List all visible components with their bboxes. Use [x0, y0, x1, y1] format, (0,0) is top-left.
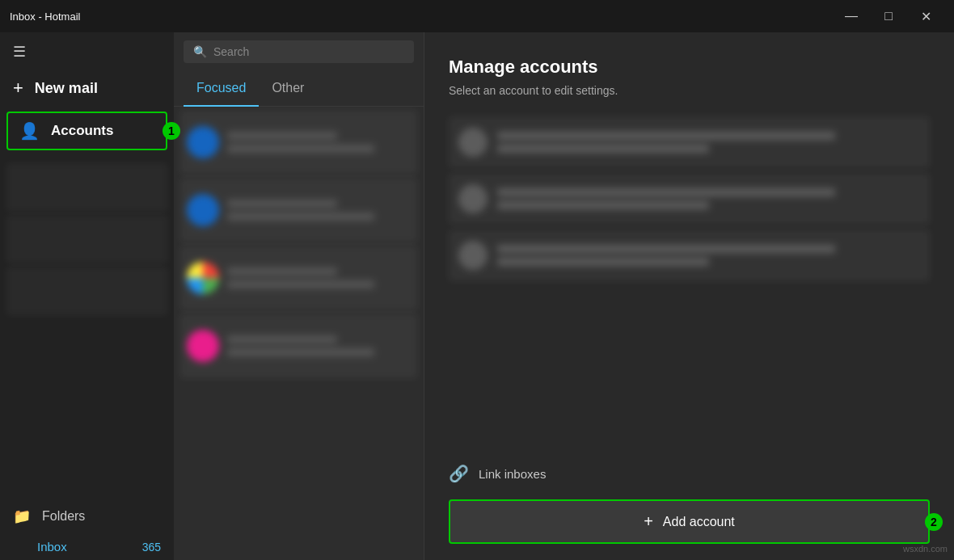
- manage-accounts-panel: Manage accounts Select an account to edi…: [424, 32, 954, 560]
- app-body: ☰ + New mail 👤 Accounts 1 📁 Folders Inbo…: [0, 32, 954, 560]
- new-mail-plus-icon: +: [13, 78, 23, 99]
- add-account-label: Add account: [663, 515, 735, 529]
- link-inboxes-button[interactable]: 🔗 Link inboxes: [449, 457, 930, 490]
- account-items-list: [449, 116, 930, 441]
- person-icon: 👤: [19, 121, 40, 141]
- account-email-line: [497, 145, 709, 153]
- add-account-badge: 2: [925, 513, 943, 531]
- window-title: Inbox - Hotmail: [10, 11, 80, 23]
- account-name-line: [497, 245, 835, 253]
- email-text: [227, 200, 411, 221]
- email-item[interactable]: [180, 178, 417, 242]
- inbox-button[interactable]: Inbox 365: [0, 533, 174, 560]
- email-list-preview: [0, 154, 174, 499]
- email-sender-line: [227, 267, 337, 276]
- sidebar-email-item: [6, 215, 167, 263]
- account-avatar: [458, 128, 488, 157]
- account-avatar: [458, 184, 488, 213]
- tab-other[interactable]: Other: [259, 71, 317, 107]
- email-sender-line: [227, 200, 337, 208]
- window-controls: — □ ✕: [833, 4, 944, 28]
- email-item[interactable]: [180, 246, 417, 310]
- inbox-label: Inbox: [37, 540, 67, 554]
- manage-accounts-subtitle: Select an account to edit settings.: [449, 84, 930, 97]
- avatar: [187, 262, 219, 294]
- sidebar-email-item: [6, 267, 167, 315]
- manage-footer: 🔗 Link inboxes + Add account 2: [449, 457, 930, 544]
- account-item[interactable]: [449, 173, 930, 225]
- email-items-list: [174, 107, 424, 560]
- account-email-line: [497, 201, 709, 209]
- sidebar-email-item: [6, 163, 167, 212]
- search-input[interactable]: [213, 45, 404, 58]
- add-account-button[interactable]: + Add account 2: [449, 499, 930, 544]
- email-item[interactable]: [180, 314, 417, 378]
- email-subject-line: [227, 348, 374, 356]
- accounts-button[interactable]: 👤 Accounts 1: [6, 112, 167, 150]
- close-button[interactable]: ✕: [907, 4, 944, 28]
- tab-focused[interactable]: Focused: [184, 71, 259, 107]
- search-bar: 🔍: [174, 32, 424, 71]
- folders-button[interactable]: 📁 Folders: [0, 499, 174, 533]
- account-text: [497, 188, 920, 209]
- email-text: [227, 335, 411, 356]
- account-name-line: [497, 188, 835, 196]
- folders-label: Folders: [42, 509, 85, 524]
- link-inboxes-label: Link inboxes: [479, 467, 546, 481]
- account-item[interactable]: [449, 116, 930, 168]
- avatar: [187, 330, 219, 362]
- minimize-button[interactable]: —: [833, 4, 870, 28]
- link-icon: 🔗: [449, 464, 469, 483]
- account-email-line: [497, 258, 709, 266]
- account-item[interactable]: [449, 229, 930, 281]
- tabs-bar: Focused Other: [174, 71, 424, 107]
- maximize-button[interactable]: □: [870, 4, 907, 28]
- account-text: [497, 132, 920, 153]
- account-name-line: [497, 132, 835, 140]
- sidebar: ☰ + New mail 👤 Accounts 1 📁 Folders Inbo…: [0, 32, 174, 560]
- email-subject-line: [227, 213, 374, 221]
- avatar: [187, 194, 219, 226]
- email-subject-line: [227, 280, 374, 288]
- manage-accounts-title: Manage accounts: [449, 57, 930, 78]
- avatar: [187, 126, 219, 158]
- account-avatar: [458, 241, 488, 270]
- email-text: [227, 267, 411, 288]
- hamburger-icon: ☰: [13, 43, 26, 61]
- folder-icon: 📁: [13, 507, 31, 525]
- hamburger-menu-button[interactable]: ☰: [0, 36, 39, 68]
- titlebar: Inbox - Hotmail — □ ✕: [0, 0, 954, 32]
- new-mail-button[interactable]: + New mail: [0, 68, 174, 108]
- accounts-label: Accounts: [51, 123, 113, 139]
- account-text: [497, 245, 920, 266]
- search-icon: 🔍: [193, 45, 207, 58]
- email-list-panel: 🔍 Focused Other: [174, 32, 424, 560]
- inbox-count: 365: [142, 541, 161, 554]
- email-subject-line: [227, 145, 374, 153]
- add-account-plus-icon: +: [644, 512, 653, 531]
- email-text: [227, 132, 411, 153]
- accounts-badge: 1: [163, 122, 180, 140]
- email-sender-line: [227, 335, 337, 343]
- email-item[interactable]: [180, 110, 417, 175]
- new-mail-label: New mail: [35, 80, 98, 97]
- email-sender-line: [227, 132, 337, 140]
- search-input-wrap[interactable]: 🔍: [184, 40, 414, 63]
